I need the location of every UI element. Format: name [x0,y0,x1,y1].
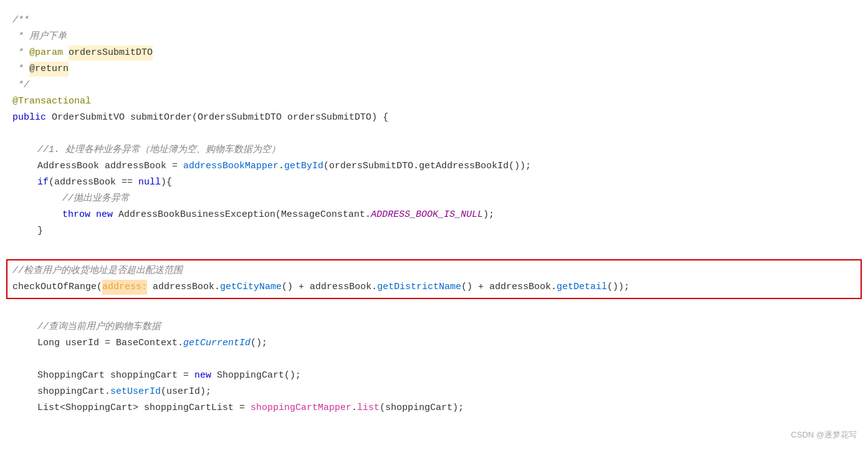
method-token: list [357,401,379,416]
code-container: /** * 用户下单 * @param ordersSubmitDTO * @r… [0,0,868,453]
code-token: ()); [607,280,629,295]
code-line: List<ShoppingCart> shoppingCartList = sh… [0,400,868,416]
code-token: ShoppingCart(); [211,368,301,383]
keyword-token: if [37,175,49,190]
code-token: Long userId = BaseContext. [37,336,183,351]
code-line: if(addressBook == null){ [0,174,868,191]
code-token: } [37,224,43,239]
comment-token: */ [12,78,29,93]
code-token: () + addressBook. [282,280,377,295]
annotation-token: @param [29,45,63,60]
highlight-box: //检查用户的收货地址是否超出配送范围 checkOutOfRange(addr… [6,259,862,299]
keyword-token: new [96,207,113,222]
code-token: ); [483,207,494,222]
code-token: . [351,401,357,416]
comment-token: //抛出业务异常 [62,191,130,206]
method-token: getDistrictName [377,280,461,295]
code-line: * @return [0,61,868,77]
code-token: shoppingCart. [37,384,110,399]
keyword-token: public [12,110,46,125]
code-token: List<ShoppingCart> shoppingCartList = [37,401,250,416]
method-token: submitOrder [130,110,192,125]
code-line: Long userId = BaseContext.getCurrentId()… [0,335,868,351]
code-line: */ [0,77,868,93]
label-token: address: [102,280,147,295]
keyword-token: new [194,368,211,383]
code-token: (userId); [161,384,211,399]
code-token: (ordersSubmitDTO.getAddressBookId()); [323,159,531,174]
code-token: (addressBook == [49,175,138,190]
code-token: (shoppingCart); [379,401,464,416]
code-token: AddressBookBusinessException(MessageCons… [113,207,371,222]
code-line: //抛出业务异常 [0,191,868,207]
method-token: getCityName [220,280,282,295]
comment-token: * [12,45,29,60]
code-line [0,303,868,319]
code-token: (OrdersSubmitDTO ordersSubmitDTO) { [192,110,388,125]
code-token [90,207,96,222]
code-line: public OrderSubmitVO submitOrder(OrdersS… [0,110,868,126]
code-token: . [279,159,284,174]
return-value: @return [29,62,69,77]
code-line [0,351,868,368]
comment-token: * [12,62,29,77]
method-token: getDetail [556,280,607,295]
comment-token: //1. 处理各种业务异常（地址簿为空、购物车数据为空） [37,143,280,158]
code-line: checkOutOfRange(address: addressBook.get… [12,279,856,295]
code-token: checkOutOfRange( [12,280,102,295]
code-token: addressBook. [147,280,220,295]
code-line [0,126,868,142]
code-token: (); [250,336,267,351]
annotation-token: @Transactional [12,94,91,109]
keyword-token: null [138,175,161,190]
param-value: ordersSubmitDTO [69,45,153,60]
comment-token: //检查用户的收货地址是否超出配送范围 [12,264,183,279]
code-line: throw new AddressBookBusinessException(M… [0,207,868,223]
method-token: addressBookMapper [183,159,279,174]
code-line: @Transactional [0,93,868,110]
comment-token: //查询当前用户的购物车数据 [37,320,161,335]
code-token: OrderSubmitVO [46,110,130,125]
code-line: /** [0,12,868,29]
comment-token: * 用户下单 [12,29,67,44]
code-line: * 用户下单 [0,29,868,45]
code-line: ShoppingCart shoppingCart = new Shopping… [0,368,868,384]
code-line: AddressBook addressBook = addressBookMap… [0,158,868,174]
code-line: //查询当前用户的购物车数据 [0,319,868,335]
comment-token [63,45,69,60]
code-line: * @param ordersSubmitDTO [0,45,868,61]
method-token: setUserId [110,384,161,399]
watermark: CSDN @逐梦花写 [791,429,857,442]
const-token: ADDRESS_BOOK_IS_NULL [371,207,483,222]
code-line: } [0,223,868,239]
method-token: getById [284,159,323,174]
code-token: ShoppingCart shoppingCart = [37,368,194,383]
comment-token: /** [12,13,29,28]
method-token: getCurrentId [183,336,250,351]
method-token: shoppingCartMapper [250,401,351,416]
code-line: shoppingCart.setUserId(userId); [0,384,868,400]
code-line [0,239,868,255]
code-token: ){ [161,175,172,190]
code-token: () + addressBook. [461,280,556,295]
code-token: AddressBook addressBook = [37,159,183,174]
code-line: //1. 处理各种业务异常（地址簿为空、购物车数据为空） [0,142,868,158]
keyword-token: throw [62,207,90,222]
code-line: //检查用户的收货地址是否超出配送范围 [12,263,856,279]
